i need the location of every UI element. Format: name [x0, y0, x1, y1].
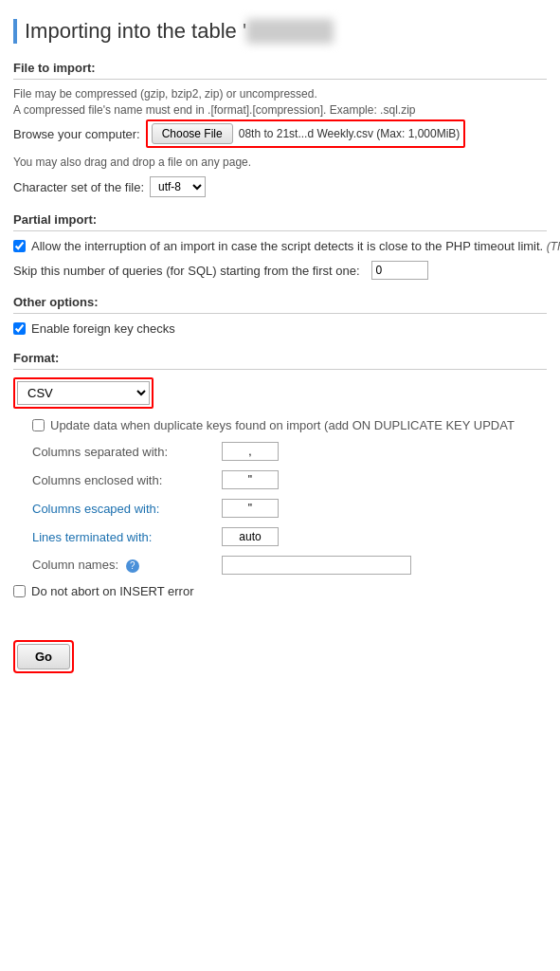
browse-row: Browse your computer: Choose File 08th t…	[13, 119, 547, 148]
columns-enc-input[interactable]	[222, 470, 279, 489]
go-btn-area: Go	[13, 640, 74, 673]
format-section: Format:	[13, 351, 547, 370]
no-abort-row: Do not abort on INSERT error	[13, 584, 547, 598]
foreign-key-label: Enable foreign key checks	[31, 321, 175, 336]
format-select[interactable]: CSV SQL JSON XML ODS XLSX	[17, 381, 150, 405]
col-names-row: Column names: ?	[32, 556, 547, 575]
foreign-key-row: Enable foreign key checks	[13, 321, 547, 336]
file-name-display: 08th to 21st...d Weekly.csv (Max: 1,000M…	[239, 127, 461, 140]
footer: Go	[13, 621, 547, 673]
charset-label: Character set of the file:	[13, 180, 144, 194]
lines-term-input[interactable]	[222, 527, 279, 546]
lines-term-row: Lines terminated with:	[32, 527, 547, 546]
columns-sep-label: Columns separated with:	[32, 445, 222, 459]
columns-esc-label: Columns escaped with:	[32, 502, 222, 516]
charset-row: Character set of the file: utf-8 latin1 …	[13, 176, 547, 197]
col-names-label: Column names: ?	[32, 558, 222, 573]
format-select-area: CSV SQL JSON XML ODS XLSX	[13, 377, 154, 409]
csv-options: Columns separated with: Columns enclosed…	[32, 442, 547, 575]
file-choose-area: Choose File 08th to 21st...d Weekly.csv …	[146, 119, 466, 148]
skip-label: Skip this number of queries (for SQL) st…	[13, 264, 360, 278]
columns-esc-row: Columns escaped with:	[32, 499, 547, 518]
partial-import-section: Partial import:	[13, 212, 547, 231]
timeout-checkbox[interactable]	[13, 240, 26, 252]
go-button[interactable]: Go	[17, 644, 70, 669]
timeout-row: Allow the interruption of an import in c…	[13, 239, 547, 253]
compress-name-info: A compressed file's name must end in .[f…	[13, 103, 547, 117]
file-import-section: File to import:	[13, 61, 547, 80]
other-options-section: Other options:	[13, 295, 547, 314]
col-names-help-icon[interactable]: ?	[126, 559, 139, 573]
choose-file-button[interactable]: Choose File	[152, 123, 233, 144]
compress-info: File may be compressed (gzip, bzip2, zip…	[13, 87, 547, 101]
no-abort-label: Do not abort on INSERT error	[31, 584, 194, 598]
lines-term-label: Lines terminated with:	[32, 530, 222, 544]
duplicate-row: Update data when duplicate keys found on…	[32, 418, 547, 432]
table-name	[246, 19, 334, 44]
columns-enc-label: Columns enclosed with:	[32, 473, 222, 487]
charset-select[interactable]: utf-8 latin1 utf16	[150, 176, 206, 197]
skip-row: Skip this number of queries (for SQL) st…	[13, 261, 547, 280]
timeout-note: (Th	[547, 240, 560, 253]
columns-sep-input[interactable]	[222, 442, 279, 461]
columns-esc-input[interactable]	[222, 499, 279, 518]
drag-drop-note: You may also drag and drop a file on any…	[13, 156, 547, 169]
columns-sep-row: Columns separated with:	[32, 442, 547, 461]
skip-input[interactable]	[371, 261, 428, 280]
no-abort-checkbox[interactable]	[13, 585, 26, 597]
browse-label: Browse your computer:	[13, 127, 140, 141]
col-names-input[interactable]	[222, 556, 411, 575]
timeout-label: Allow the interruption of an import in c…	[31, 239, 560, 253]
foreign-key-checkbox[interactable]	[13, 322, 26, 335]
page-title: Importing into the table '	[13, 19, 547, 44]
columns-enc-row: Columns enclosed with:	[32, 470, 547, 489]
duplicate-label: Update data when duplicate keys found on…	[50, 418, 515, 432]
duplicate-checkbox[interactable]	[32, 419, 45, 431]
